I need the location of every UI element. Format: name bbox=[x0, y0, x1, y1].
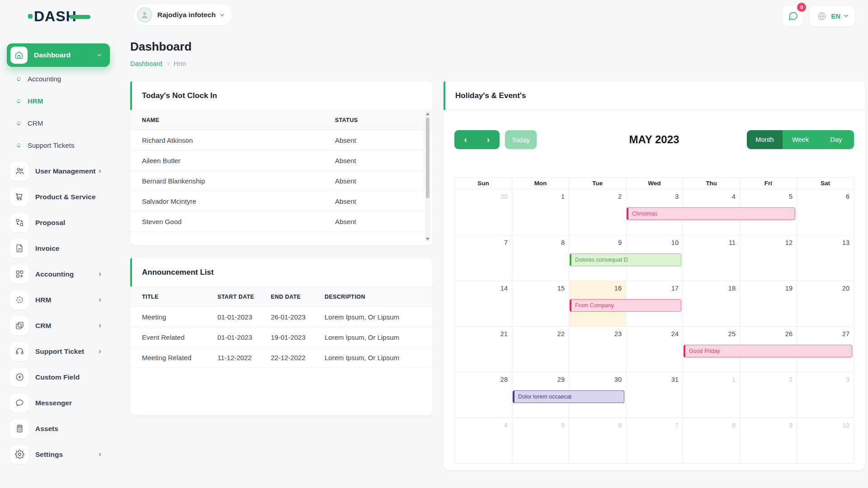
breadcrumb-link-dashboard[interactable]: Dashboard bbox=[130, 60, 162, 67]
calendar-event[interactable]: Christmas bbox=[627, 207, 795, 220]
calendar-day-cell[interactable]: 20 bbox=[797, 281, 854, 326]
calendar-day-cell[interactable]: 15 bbox=[512, 281, 569, 326]
sidebar-item-user-management[interactable]: User Management bbox=[7, 158, 112, 184]
calendar-prev-button[interactable]: ‹ bbox=[454, 130, 477, 149]
day-number: 25 bbox=[728, 330, 736, 338]
calendar-day-cell[interactable]: 18 bbox=[683, 281, 740, 326]
calendar-day-cell[interactable]: 8 bbox=[512, 235, 569, 281]
calendar-day-cell[interactable]: 12 bbox=[740, 235, 797, 281]
brand-logo[interactable]: DASH bbox=[28, 7, 90, 25]
sidebar-subitem-label: Support Tickets bbox=[28, 141, 74, 149]
calendar-day-cell[interactable]: 13 bbox=[797, 235, 854, 281]
day-number: 7 bbox=[675, 422, 679, 429]
calendar-day-cell[interactable]: 7 bbox=[455, 235, 512, 281]
sidebar-item-label: Invoice bbox=[35, 244, 59, 253]
cell-0: Meeting Related bbox=[142, 354, 217, 361]
calendar-day-cell[interactable]: 22 bbox=[512, 327, 569, 372]
topbar-actions: 0 EN bbox=[783, 6, 855, 26]
sidebar-subitem-support-tickets[interactable]: Support Tickets bbox=[7, 134, 112, 156]
calendar-day-cell[interactable]: 3 bbox=[797, 372, 854, 418]
sidebar-item-label: Accounting bbox=[35, 270, 74, 278]
sidebar-subitem-hrm[interactable]: HRM bbox=[7, 90, 112, 112]
sidebar-item-messenger[interactable]: Messenger bbox=[7, 390, 112, 416]
calendar-day-cell[interactable]: 14 bbox=[455, 281, 512, 326]
calendar-view-week[interactable]: Week bbox=[783, 130, 818, 149]
calendar-day-cell[interactable]: 11 bbox=[683, 235, 740, 281]
day-number: 31 bbox=[671, 376, 679, 383]
sidebar-subitem-accounting[interactable]: Accounting bbox=[7, 68, 112, 90]
sidebar-item-proposal[interactable]: Proposal bbox=[7, 210, 112, 235]
day-header-thu: Thu bbox=[683, 178, 740, 189]
cell-0: Meeting bbox=[142, 313, 217, 321]
sidebar-item-custom-field[interactable]: Custom Field bbox=[7, 364, 112, 390]
sidebar-subitem-label: Accounting bbox=[28, 75, 61, 83]
calendar-day-cell[interactable]: 8 bbox=[683, 418, 740, 463]
cell-3: Lorem Ipsum, Or Lipsum bbox=[325, 333, 433, 341]
sidebar-item-hrm[interactable]: HRM bbox=[7, 287, 112, 313]
calendar-next-button[interactable]: › bbox=[477, 130, 500, 149]
calendar-event[interactable]: Good Friday bbox=[684, 345, 852, 357]
day-number: 8 bbox=[732, 422, 736, 429]
sidebar-item-support-ticket[interactable]: Support Ticket bbox=[7, 338, 112, 364]
calendar-day-cell[interactable]: 1 bbox=[683, 372, 740, 418]
sidebar-item-dashboard[interactable]: Dashboard bbox=[7, 43, 110, 67]
calendar-day-cell[interactable]: 23 bbox=[569, 327, 626, 372]
bullet-ring-icon bbox=[16, 76, 21, 81]
company-selector[interactable]: Rajodiya infotech bbox=[134, 5, 232, 25]
cell-1: 11-12-2022 bbox=[217, 354, 271, 361]
home-icon bbox=[10, 47, 28, 64]
calendar-week-row: 14151617181920From Company bbox=[455, 281, 854, 326]
messages-button[interactable]: 0 bbox=[783, 6, 803, 26]
calendar-day-cell[interactable]: 21 bbox=[455, 327, 512, 372]
calendar-day-cell[interactable]: 6 bbox=[569, 418, 626, 463]
sidebar-item-accounting[interactable]: Accounting bbox=[7, 261, 112, 287]
calendar-day-cell[interactable]: 2 bbox=[740, 372, 797, 418]
calendar-day-cell[interactable]: 9 bbox=[740, 418, 797, 463]
event-label: Christmas bbox=[632, 211, 657, 217]
calendar-day-cell[interactable]: 30 bbox=[455, 189, 512, 235]
calendar-day-cell[interactable]: 5 bbox=[512, 418, 569, 463]
calendar-day-cell[interactable]: 7 bbox=[626, 418, 683, 463]
table-row: Bernard BlankenshipAbsent bbox=[130, 171, 433, 191]
calendar-day-cell[interactable]: 10 bbox=[797, 418, 854, 463]
calendar-day-cell[interactable]: 1 bbox=[512, 189, 569, 235]
sidebar-item-label: Proposal bbox=[35, 219, 65, 227]
calendar-event[interactable]: Dolores consequat D bbox=[570, 253, 681, 266]
plus-circle-icon bbox=[10, 368, 29, 387]
breadcrumb: Dashboard Hrm bbox=[130, 60, 186, 67]
calendar-day-cell[interactable]: 2 bbox=[569, 189, 626, 235]
calendar-day-cell[interactable]: 24 bbox=[626, 327, 683, 372]
scrollbar-thumb[interactable] bbox=[426, 117, 429, 198]
sidebar-item-product-service[interactable]: Product & Service bbox=[7, 184, 112, 210]
scroll-up-arrow-icon[interactable] bbox=[426, 113, 429, 115]
calendar-event[interactable]: From Company bbox=[570, 299, 681, 312]
language-label: EN bbox=[831, 12, 840, 20]
event-label: Dolor lorem occaecat bbox=[518, 394, 571, 400]
calendar-day-cell[interactable]: 4 bbox=[455, 418, 512, 463]
calendar-view-month[interactable]: Month bbox=[747, 130, 783, 149]
sidebar-item-crm[interactable]: CRM bbox=[7, 313, 112, 338]
calendar-event[interactable]: Dolor lorem occaecat bbox=[513, 390, 624, 403]
calendar-today-button[interactable]: Today bbox=[505, 130, 537, 149]
card-header: Today's Not Clock In bbox=[130, 81, 433, 110]
card-header: Announcement List bbox=[130, 258, 433, 287]
scroll-down-arrow-icon[interactable] bbox=[426, 238, 429, 240]
calendar-day-cell[interactable]: 6 bbox=[797, 189, 854, 235]
sidebar-item-invoice[interactable]: Invoice bbox=[7, 235, 112, 261]
calendar-day-cell[interactable]: 31 bbox=[626, 372, 683, 418]
sidebar-item-assets[interactable]: Assets bbox=[7, 416, 112, 441]
calendar-day-cell[interactable]: 19 bbox=[740, 281, 797, 326]
sidebar: Dashboard AccountingHRMCRMSupport Ticket… bbox=[7, 43, 112, 467]
cell-name: Steven Good bbox=[142, 218, 335, 225]
event-label: Dolores consequat D bbox=[575, 257, 628, 263]
sidebar-item-settings[interactable]: Settings bbox=[7, 441, 112, 467]
chevron-down-icon bbox=[844, 13, 849, 18]
table-body: Richard AtkinsonAbsentAileen ButlerAbsen… bbox=[130, 130, 433, 232]
calendar-view-day[interactable]: Day bbox=[818, 130, 854, 149]
dashboard-submenu: AccountingHRMCRMSupport Tickets bbox=[7, 68, 112, 156]
language-selector[interactable]: EN bbox=[810, 6, 855, 26]
scrollbar[interactable] bbox=[425, 111, 430, 242]
calendar-day-cell[interactable]: 28 bbox=[455, 372, 512, 418]
sidebar-subitem-crm[interactable]: CRM bbox=[7, 112, 112, 134]
day-number: 15 bbox=[557, 285, 565, 292]
